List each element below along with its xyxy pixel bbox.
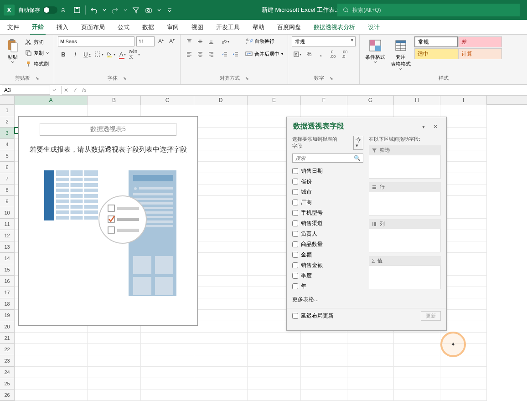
row-header-7[interactable]: 7: [0, 173, 15, 184]
col-header-A[interactable]: A: [15, 96, 88, 105]
more-tables-link[interactable]: 更多表格...: [292, 296, 363, 303]
filter-zone[interactable]: 筛选: [369, 145, 441, 179]
row-header-5[interactable]: 5: [0, 150, 15, 162]
tab-baidu[interactable]: 百度网盘: [275, 20, 303, 34]
field-checkbox[interactable]: [292, 168, 298, 174]
clipboard-dialog-launcher-icon[interactable]: ⬊: [36, 76, 39, 81]
fields-pane-dropdown-icon[interactable]: ▾: [419, 122, 428, 131]
fields-pane-close-icon[interactable]: ✕: [431, 122, 440, 131]
row-header-14[interactable]: 14: [0, 253, 15, 264]
rows-zone[interactable]: 行: [369, 182, 441, 215]
italic-button[interactable]: I: [70, 49, 81, 59]
field-search-input[interactable]: [292, 154, 363, 163]
border-button[interactable]: ▾: [93, 49, 104, 59]
field-item[interactable]: 负责人: [292, 230, 363, 238]
paste-button[interactable]: 粘贴: [4, 36, 22, 65]
col-header-D[interactable]: D: [194, 96, 248, 105]
tab-home[interactable]: 开始: [30, 20, 46, 35]
field-item[interactable]: 省份: [292, 178, 363, 185]
cell-style-bad[interactable]: 差: [458, 36, 502, 47]
tab-review[interactable]: 审阅: [165, 20, 181, 34]
cancel-formula-icon[interactable]: ✕: [62, 86, 71, 95]
row-header-24[interactable]: 24: [0, 367, 15, 378]
filter-icon[interactable]: [131, 5, 140, 15]
values-zone[interactable]: Σ值: [369, 256, 441, 289]
field-item[interactable]: 商品数量: [292, 241, 363, 248]
redo-icon[interactable]: [110, 5, 119, 15]
field-item[interactable]: 年: [292, 282, 363, 290]
tab-file[interactable]: 文件: [5, 20, 21, 34]
row-header-10[interactable]: 10: [0, 207, 15, 219]
tab-view[interactable]: 视图: [190, 20, 205, 34]
row-header-20[interactable]: 20: [0, 321, 15, 333]
field-item[interactable]: 销售日期: [292, 167, 363, 175]
fx-button[interactable]: fx: [80, 86, 89, 95]
increase-decimal-button[interactable]: .0.00: [327, 49, 338, 59]
tab-pivot-analyze[interactable]: 数据透视表分析: [312, 20, 357, 34]
name-box[interactable]: [2, 86, 50, 95]
decrease-indent-button[interactable]: [220, 49, 230, 59]
cell-style-normal[interactable]: 常规: [414, 36, 458, 47]
tab-data[interactable]: 数据: [140, 20, 156, 34]
camera-icon[interactable]: [144, 5, 153, 15]
col-header-I[interactable]: I: [440, 96, 487, 105]
row-header-19[interactable]: 19: [0, 310, 15, 321]
undo-icon[interactable]: [89, 5, 98, 15]
cell-style-calc[interactable]: 计算: [458, 48, 502, 59]
number-format-select[interactable]: [292, 36, 349, 46]
formula-input[interactable]: [89, 86, 527, 95]
row-header-1[interactable]: 1: [0, 105, 15, 116]
select-all-corner[interactable]: [0, 96, 15, 105]
copy-button[interactable]: 复制: [24, 48, 50, 57]
undo-dropdown-icon[interactable]: [102, 5, 107, 15]
tab-help[interactable]: 帮助: [251, 20, 266, 34]
row-header-17[interactable]: 17: [0, 287, 15, 298]
wrap-text-button[interactable]: abc 自动换行: [244, 36, 284, 46]
tab-devtools[interactable]: 开发工具: [214, 20, 242, 34]
field-checkbox[interactable]: [292, 200, 298, 205]
conditional-format-button[interactable]: 条件格式: [363, 36, 387, 65]
row-header-8[interactable]: 8: [0, 184, 15, 196]
redo-dropdown-icon[interactable]: [123, 5, 128, 15]
row-header-13[interactable]: 13: [0, 241, 15, 253]
font-name-select[interactable]: [58, 36, 134, 46]
field-checkbox[interactable]: [292, 210, 298, 216]
phonetic-button[interactable]: wén文▾: [129, 49, 140, 59]
row-header-25[interactable]: 25: [0, 378, 15, 389]
col-header-C[interactable]: C: [141, 96, 194, 105]
field-checkbox[interactable]: [292, 273, 298, 279]
font-color-button[interactable]: A▾: [117, 49, 128, 59]
row-header-22[interactable]: 22: [0, 344, 15, 355]
field-checkbox[interactable]: [292, 241, 298, 247]
tab-layout[interactable]: 页面布局: [79, 20, 107, 34]
tab-insert[interactable]: 插入: [55, 20, 70, 34]
row-header-2[interactable]: 2: [0, 116, 15, 128]
field-checkbox[interactable]: [292, 179, 298, 184]
row-header-12[interactable]: 12: [0, 230, 15, 241]
pivot-fields-pane[interactable]: 数据透视表字段 ▾ ✕ 选择要添加到报表的字段: ▾ 🔍 销售日期省份城市厂商手…: [286, 117, 447, 331]
search-input[interactable]: [352, 7, 514, 13]
qat-customize-icon[interactable]: [165, 5, 174, 15]
fields-tools-button[interactable]: ▾: [353, 136, 363, 150]
save-icon[interactable]: [72, 5, 82, 15]
accounting-format-button[interactable]: $▾: [292, 49, 303, 59]
bold-button[interactable]: B: [58, 49, 69, 59]
cell-style-neutral[interactable]: 适中: [414, 48, 458, 59]
row-header-11[interactable]: 11: [0, 219, 15, 230]
tab-design[interactable]: 设计: [366, 20, 382, 34]
col-header-B[interactable]: B: [88, 96, 141, 105]
orientation-button[interactable]: ab▾: [220, 36, 230, 46]
camera-dropdown-icon[interactable]: [157, 5, 161, 15]
fill-color-button[interactable]: ▾: [105, 49, 116, 59]
align-right-button[interactable]: [206, 49, 216, 59]
field-checkbox[interactable]: [292, 189, 298, 195]
align-top-button[interactable]: [184, 36, 194, 46]
enter-formula-icon[interactable]: ✓: [71, 86, 80, 95]
field-checkbox[interactable]: [292, 252, 298, 258]
row-header-3[interactable]: 3: [0, 128, 15, 139]
autosave-toggle[interactable]: 自动保存 关: [18, 6, 65, 14]
col-header-G[interactable]: G: [347, 96, 394, 105]
merge-center-button[interactable]: 合并后居中 ▾: [244, 49, 284, 58]
percent-button[interactable]: %: [304, 49, 315, 59]
name-box-dropdown-icon[interactable]: [52, 88, 57, 92]
